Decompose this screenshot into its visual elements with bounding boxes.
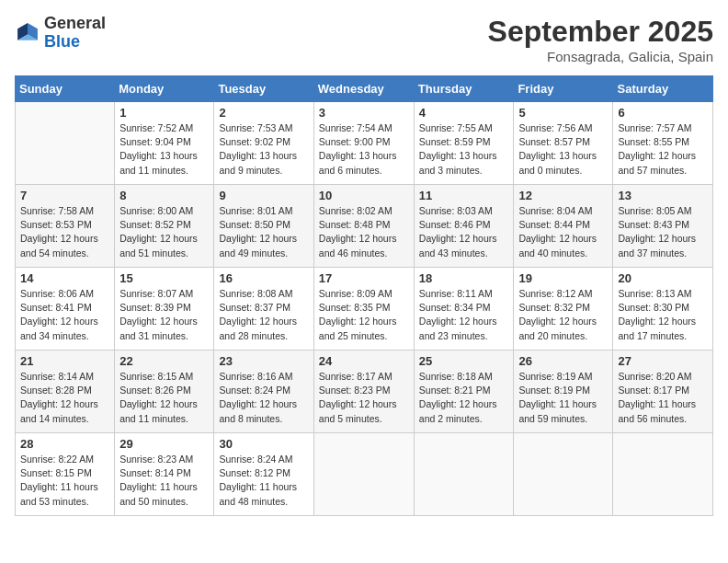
calendar-cell: 19Sunrise: 8:12 AMSunset: 8:32 PMDayligh… [514, 268, 613, 350]
calendar-cell: 8Sunrise: 8:00 AMSunset: 8:52 PMDaylight… [115, 185, 214, 268]
day-number: 13 [618, 189, 708, 202]
calendar-cell: 24Sunrise: 8:17 AMSunset: 8:23 PMDayligh… [313, 350, 414, 433]
calendar-body: 1Sunrise: 7:52 AMSunset: 9:04 PMDaylight… [16, 102, 713, 516]
calendar-cell: 9Sunrise: 8:01 AMSunset: 8:50 PMDaylight… [214, 185, 313, 268]
day-number: 6 [618, 106, 708, 120]
calendar-cell: 17Sunrise: 8:09 AMSunset: 8:35 PMDayligh… [313, 268, 414, 350]
calendar-cell: 16Sunrise: 8:08 AMSunset: 8:37 PMDayligh… [214, 268, 313, 350]
day-number: 29 [119, 437, 209, 451]
weekday-header-friday: Friday [514, 76, 613, 102]
calendar-cell: 18Sunrise: 8:11 AMSunset: 8:34 PMDayligh… [414, 268, 514, 350]
day-number: 30 [219, 437, 308, 451]
day-info: Sunrise: 8:20 AMSunset: 8:17 PMDaylight:… [618, 370, 708, 426]
day-number: 2 [219, 106, 308, 120]
calendar-cell [414, 433, 514, 516]
logo-general: General [44, 14, 106, 32]
calendar-cell: 12Sunrise: 8:04 AMSunset: 8:44 PMDayligh… [514, 185, 613, 268]
calendar-cell: 28Sunrise: 8:22 AMSunset: 8:15 PMDayligh… [16, 433, 115, 516]
calendar-cell: 7Sunrise: 7:58 AMSunset: 8:53 PMDaylight… [16, 185, 115, 268]
calendar-week-2: 7Sunrise: 7:58 AMSunset: 8:53 PMDaylight… [16, 185, 713, 268]
weekday-header-tuesday: Tuesday [214, 76, 313, 102]
day-number: 14 [20, 271, 109, 285]
calendar-cell: 15Sunrise: 8:07 AMSunset: 8:39 PMDayligh… [115, 268, 214, 350]
weekday-header-monday: Monday [115, 76, 214, 102]
day-info: Sunrise: 8:12 AMSunset: 8:32 PMDaylight:… [518, 287, 608, 343]
day-number: 10 [319, 189, 409, 202]
day-info: Sunrise: 7:55 AMSunset: 8:59 PMDaylight:… [419, 121, 509, 178]
calendar-cell [313, 433, 414, 516]
day-number: 17 [319, 271, 409, 285]
logo-icon [15, 20, 40, 46]
day-info: Sunrise: 8:01 AMSunset: 8:50 PMDaylight:… [219, 204, 308, 260]
page-header: General Blue September 2025 Fonsagrada, … [15, 15, 713, 64]
day-number: 7 [20, 189, 109, 202]
day-info: Sunrise: 7:57 AMSunset: 8:55 PMDaylight:… [618, 121, 708, 178]
day-info: Sunrise: 8:00 AMSunset: 8:52 PMDaylight:… [119, 204, 209, 260]
day-info: Sunrise: 7:53 AMSunset: 9:02 PMDaylight:… [219, 121, 308, 178]
day-number: 8 [119, 189, 209, 202]
day-info: Sunrise: 8:22 AMSunset: 8:15 PMDaylight:… [20, 453, 109, 509]
day-info: Sunrise: 7:56 AMSunset: 8:57 PMDaylight:… [518, 121, 608, 178]
calendar-cell: 14Sunrise: 8:06 AMSunset: 8:41 PMDayligh… [16, 268, 115, 350]
title-block: September 2025 Fonsagrada, Galicia, Spai… [488, 15, 713, 64]
day-number: 4 [419, 106, 509, 120]
day-number: 18 [419, 271, 509, 285]
day-info: Sunrise: 8:09 AMSunset: 8:35 PMDaylight:… [319, 287, 409, 343]
day-number: 22 [119, 354, 209, 368]
day-info: Sunrise: 7:58 AMSunset: 8:53 PMDaylight:… [20, 204, 109, 260]
day-number: 16 [219, 271, 308, 285]
calendar-cell: 3Sunrise: 7:54 AMSunset: 9:00 PMDaylight… [313, 102, 414, 185]
day-number: 11 [419, 189, 509, 202]
calendar-cell: 21Sunrise: 8:14 AMSunset: 8:28 PMDayligh… [16, 350, 115, 433]
day-number: 25 [419, 354, 509, 368]
logo-text: General Blue [44, 15, 106, 52]
calendar-cell [613, 433, 713, 516]
day-info: Sunrise: 8:16 AMSunset: 8:24 PMDaylight:… [219, 370, 308, 426]
day-number: 15 [119, 271, 209, 285]
day-info: Sunrise: 8:15 AMSunset: 8:26 PMDaylight:… [119, 370, 209, 426]
calendar-cell: 10Sunrise: 8:02 AMSunset: 8:48 PMDayligh… [313, 185, 414, 268]
logo-blue: Blue [44, 32, 80, 51]
day-number: 19 [518, 271, 608, 285]
calendar-cell: 26Sunrise: 8:19 AMSunset: 8:19 PMDayligh… [514, 350, 613, 433]
calendar-cell: 22Sunrise: 8:15 AMSunset: 8:26 PMDayligh… [115, 350, 214, 433]
calendar-cell: 23Sunrise: 8:16 AMSunset: 8:24 PMDayligh… [214, 350, 313, 433]
day-number: 21 [20, 354, 109, 368]
day-number: 26 [518, 354, 608, 368]
day-number: 28 [20, 437, 109, 451]
day-info: Sunrise: 8:19 AMSunset: 8:19 PMDaylight:… [518, 370, 608, 426]
calendar-cell: 29Sunrise: 8:23 AMSunset: 8:14 PMDayligh… [115, 433, 214, 516]
day-number: 20 [618, 271, 708, 285]
day-number: 1 [119, 106, 209, 120]
calendar-cell [16, 102, 115, 185]
weekday-header-wednesday: Wednesday [313, 76, 414, 102]
day-info: Sunrise: 8:04 AMSunset: 8:44 PMDaylight:… [518, 204, 608, 260]
day-number: 12 [518, 189, 608, 202]
weekday-header-thursday: Thursday [414, 76, 514, 102]
calendar-week-3: 14Sunrise: 8:06 AMSunset: 8:41 PMDayligh… [16, 268, 713, 350]
weekday-header-sunday: Sunday [16, 76, 115, 102]
month-title: September 2025 [488, 15, 713, 49]
day-number: 3 [319, 106, 409, 120]
calendar-week-1: 1Sunrise: 7:52 AMSunset: 9:04 PMDaylight… [16, 102, 713, 185]
calendar-cell: 5Sunrise: 7:56 AMSunset: 8:57 PMDaylight… [514, 102, 613, 185]
day-info: Sunrise: 8:07 AMSunset: 8:39 PMDaylight:… [119, 287, 209, 343]
calendar-cell: 25Sunrise: 8:18 AMSunset: 8:21 PMDayligh… [414, 350, 514, 433]
weekday-header-row: SundayMondayTuesdayWednesdayThursdayFrid… [16, 76, 713, 102]
day-info: Sunrise: 8:18 AMSunset: 8:21 PMDaylight:… [419, 370, 509, 426]
calendar-cell [514, 433, 613, 516]
day-number: 9 [219, 189, 308, 202]
calendar-cell: 11Sunrise: 8:03 AMSunset: 8:46 PMDayligh… [414, 185, 514, 268]
calendar-week-5: 28Sunrise: 8:22 AMSunset: 8:15 PMDayligh… [16, 433, 713, 516]
day-info: Sunrise: 8:05 AMSunset: 8:43 PMDaylight:… [618, 204, 708, 260]
calendar-cell: 20Sunrise: 8:13 AMSunset: 8:30 PMDayligh… [613, 268, 713, 350]
calendar-cell: 2Sunrise: 7:53 AMSunset: 9:02 PMDaylight… [214, 102, 313, 185]
day-info: Sunrise: 8:24 AMSunset: 8:12 PMDaylight:… [219, 453, 308, 509]
day-number: 23 [219, 354, 308, 368]
day-info: Sunrise: 8:13 AMSunset: 8:30 PMDaylight:… [618, 287, 708, 343]
day-info: Sunrise: 8:17 AMSunset: 8:23 PMDaylight:… [319, 370, 409, 426]
day-info: Sunrise: 8:14 AMSunset: 8:28 PMDaylight:… [20, 370, 109, 426]
day-info: Sunrise: 7:52 AMSunset: 9:04 PMDaylight:… [119, 121, 209, 178]
calendar-cell: 27Sunrise: 8:20 AMSunset: 8:17 PMDayligh… [613, 350, 713, 433]
location: Fonsagrada, Galicia, Spain [488, 49, 713, 64]
